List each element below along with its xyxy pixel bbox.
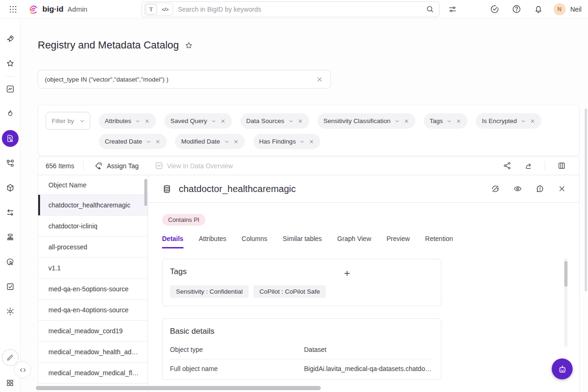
user-name[interactable]: Neil xyxy=(570,6,581,13)
sidebar-data-pipeline-icon[interactable] xyxy=(5,158,16,169)
filter-chip[interactable]: Data Sources xyxy=(240,113,309,129)
sidebar-actions-checkbox-icon[interactable] xyxy=(5,281,16,292)
filter-chip[interactable]: Saved Query xyxy=(164,113,232,129)
search-filters-icon[interactable] xyxy=(446,3,459,16)
chevron-down-icon[interactable] xyxy=(211,118,216,124)
sidebar-hierarchy-icon[interactable] xyxy=(5,232,16,243)
close-detail-icon[interactable] xyxy=(557,184,567,194)
assistant-robot-fab[interactable] xyxy=(552,358,573,379)
edit-mode-pencil-icon[interactable] xyxy=(2,349,19,366)
chevron-down-icon[interactable] xyxy=(520,118,526,124)
preview-eye-icon[interactable] xyxy=(512,183,523,194)
remove-filter-icon[interactable] xyxy=(155,139,161,144)
remove-filter-icon[interactable] xyxy=(404,118,409,124)
user-avatar[interactable]: N xyxy=(554,3,566,15)
object-list-item[interactable]: medical_meadow_health_advice xyxy=(38,342,148,363)
remove-filter-icon[interactable] xyxy=(456,118,461,124)
detail-tab[interactable]: Similar tables xyxy=(283,235,322,248)
remove-filter-icon[interactable] xyxy=(233,139,239,144)
text-search-toggle[interactable]: T xyxy=(146,4,157,14)
horizontal-scrollbar[interactable] xyxy=(36,386,321,390)
chevron-down-icon[interactable] xyxy=(394,118,400,124)
sidebar-catalog-icon[interactable] xyxy=(2,130,19,147)
tasks-status-icon[interactable] xyxy=(488,2,501,16)
chevron-down-icon[interactable] xyxy=(146,139,151,144)
filter-chip[interactable]: Sensitivity Classification xyxy=(318,113,415,129)
detail-tab[interactable]: Columns xyxy=(242,235,267,248)
remove-filter-icon[interactable] xyxy=(530,118,535,124)
page-scrollbar[interactable] xyxy=(585,109,587,291)
filter-chip[interactable]: Created Date xyxy=(99,134,167,149)
add-tag-plus-icon[interactable] xyxy=(342,268,352,278)
filter-chip[interactable]: Has Findings xyxy=(253,134,321,149)
columns-icon[interactable] xyxy=(556,160,567,171)
object-list-item[interactable]: medical_meadow_medical_flashc... xyxy=(38,363,148,384)
sidebar-data-flows-swap-icon[interactable] xyxy=(5,207,16,218)
object-name: medical_meadow_cord19 xyxy=(48,327,123,335)
chevron-down-icon[interactable] xyxy=(288,118,294,124)
filter-chip[interactable]: Modified Date xyxy=(175,134,244,149)
items-count: 656 Items xyxy=(44,162,76,170)
detail-row: Full object name BigidAi.lavita_medical-… xyxy=(170,359,433,378)
sidebar-settings-gear-icon[interactable] xyxy=(5,306,16,317)
chevron-down-icon[interactable] xyxy=(299,139,305,144)
filter-by-dropdown[interactable]: Filter by xyxy=(46,112,90,130)
tag-chip[interactable]: CoPilot : CoPilot Safe xyxy=(253,285,326,298)
remove-filter-icon[interactable] xyxy=(297,118,303,124)
object-list-item[interactable]: med-qa-en-4options-source xyxy=(38,300,148,321)
remove-filter-icon[interactable] xyxy=(144,118,150,124)
clear-query-icon[interactable] xyxy=(314,74,325,85)
sidebar-assets-cube-icon[interactable] xyxy=(5,182,16,193)
share-icon[interactable] xyxy=(502,160,513,171)
detail-tab[interactable]: Retention xyxy=(425,235,453,248)
detail-row-value: Dataset xyxy=(304,346,326,353)
object-name: med-qa-en-5options-source xyxy=(48,285,128,293)
object-list-scrollbar[interactable] xyxy=(144,179,147,206)
global-search-input[interactable] xyxy=(178,6,426,13)
tag-chip[interactable]: Sensitivity : Confidential xyxy=(170,285,249,298)
scan-disabled-icon[interactable] xyxy=(490,183,501,194)
detail-tab[interactable]: Attributes xyxy=(199,235,226,248)
feedback-bubble-icon[interactable] xyxy=(534,183,546,194)
app-logo[interactable]: big·id Admin xyxy=(28,4,88,15)
sidebar-data-rights-cursor-icon[interactable] xyxy=(5,256,16,268)
sidebar-divider xyxy=(6,76,15,76)
detail-scrollbar-thumb[interactable] xyxy=(564,261,568,287)
object-list-item[interactable]: v1.1 xyxy=(38,258,148,279)
detail-tab[interactable]: Graph View xyxy=(337,235,371,248)
remove-filter-icon[interactable] xyxy=(309,139,314,144)
app-grid-menu-icon[interactable] xyxy=(7,3,20,16)
object-list-panel: Object Name chatdoctor_healthcaremagic c… xyxy=(38,175,148,392)
remove-filter-icon[interactable] xyxy=(220,118,226,124)
detail-tab[interactable]: Details xyxy=(162,235,183,248)
basic-details-rows: Object type Dataset Full object name Big… xyxy=(170,340,433,378)
object-list-item[interactable]: all-processed xyxy=(38,237,148,258)
search-icon[interactable] xyxy=(426,5,434,14)
assign-tag-button[interactable]: Assign Tag xyxy=(91,159,141,172)
sidebar-hotspots-flame-icon[interactable] xyxy=(5,108,16,119)
filter-chip[interactable]: Tags xyxy=(424,113,468,129)
help-icon[interactable] xyxy=(510,2,523,16)
chevron-down-icon[interactable] xyxy=(224,139,230,144)
export-icon[interactable] xyxy=(523,160,534,171)
detail-tab[interactable]: Preview xyxy=(386,235,410,248)
query-search-toggle[interactable]: </> xyxy=(159,6,172,13)
object-list-item[interactable]: med-qa-en-5options-source xyxy=(38,279,148,300)
sidebar-getting-started-rocket-icon[interactable] xyxy=(5,33,16,44)
bottom-grid-icon[interactable] xyxy=(5,377,16,388)
sidebar-data-overview-icon[interactable] xyxy=(5,83,16,95)
filter-chip[interactable]: Is Encrypted xyxy=(476,113,541,129)
object-list-item[interactable]: chatdoctor_healthcaremagic xyxy=(38,195,148,216)
query-input[interactable] xyxy=(45,76,314,83)
filter-chip[interactable]: Attributes xyxy=(99,113,156,129)
code-panel-toggle-icon[interactable] xyxy=(14,361,31,378)
object-list-item[interactable]: chatdoctor-icliniq xyxy=(38,216,148,237)
favorite-star-icon[interactable] xyxy=(184,41,193,50)
sidebar-favorites-star-icon[interactable] xyxy=(5,58,16,69)
chevron-down-icon[interactable] xyxy=(446,118,452,124)
notifications-bell-icon[interactable] xyxy=(532,2,545,16)
view-in-data-overview-button[interactable]: View In Data Overview xyxy=(152,159,236,172)
filter-chip-label: Is Encrypted xyxy=(482,117,517,124)
object-list-item[interactable]: medical_meadow_cord19 xyxy=(38,321,148,342)
chevron-down-icon[interactable] xyxy=(135,118,141,124)
